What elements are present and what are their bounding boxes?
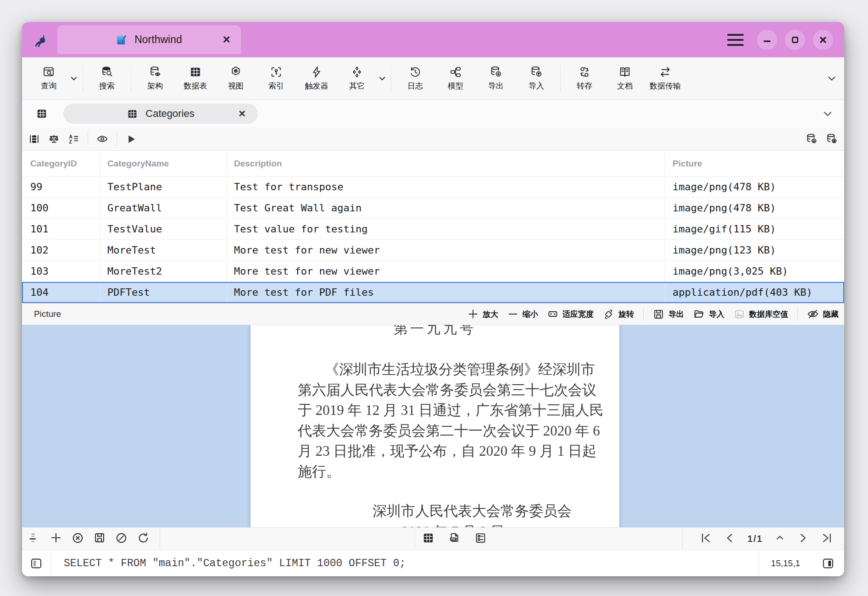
connection-tab-close-icon[interactable]: ✕ bbox=[223, 35, 231, 45]
sort-az-button[interactable]: AZ bbox=[68, 133, 79, 145]
pdf-view-button[interactable]: PDF bbox=[448, 532, 461, 546]
tab-close-icon[interactable]: ✕ bbox=[238, 109, 246, 118]
others-dropdown-chevron-icon[interactable] bbox=[378, 60, 386, 97]
others-button[interactable]: 其它 bbox=[337, 60, 377, 97]
add-record-button[interactable] bbox=[50, 532, 62, 546]
compare-balance-button[interactable] bbox=[48, 133, 60, 145]
cell-categoryid: 103 bbox=[22, 261, 100, 281]
connection-tab-title: Northwind bbox=[134, 33, 182, 46]
pdf-line: 于 2019 年 12 月 31 日通过，广东省第十三届人民 bbox=[298, 400, 574, 421]
query-dropdown-chevron-icon[interactable] bbox=[70, 60, 78, 97]
views-button[interactable]: 视图 bbox=[216, 60, 256, 97]
dump-button[interactable]: 转存 bbox=[564, 60, 605, 97]
query-icon bbox=[42, 66, 55, 78]
trigger-icon bbox=[310, 66, 323, 78]
fetch-next-page-button[interactable] bbox=[806, 133, 818, 145]
document-book-icon bbox=[618, 66, 631, 78]
db-null-button[interactable]: 数据库空值 bbox=[734, 309, 788, 320]
db-import-icon bbox=[530, 66, 543, 78]
fetch-all-rows-button[interactable] bbox=[826, 133, 838, 145]
fit-width-button[interactable]: 适应宽度 bbox=[547, 309, 594, 320]
sqlite-icon bbox=[116, 34, 128, 46]
save-floppy-icon bbox=[653, 309, 664, 320]
toolbar-overflow-chevron-icon[interactable] bbox=[827, 60, 837, 97]
triggers-button[interactable]: 触发器 bbox=[296, 60, 337, 97]
zoom-out-button[interactable]: 缩小 bbox=[507, 309, 538, 320]
table-row[interactable]: 104 PDFTest More test for PDF files appl… bbox=[22, 282, 844, 303]
cell-description: More test for new viewer bbox=[228, 261, 665, 281]
pdf-viewer[interactable]: 第一九九号 《深圳市生活垃圾分类管理条例》经深圳市第六届人民代表大会常务委员会第… bbox=[22, 325, 844, 527]
pane-separator bbox=[643, 307, 644, 321]
last-page-button[interactable] bbox=[821, 532, 833, 546]
import-button[interactable]: 导入 bbox=[516, 60, 556, 97]
minimize-button[interactable] bbox=[757, 30, 777, 50]
query-button[interactable]: 查询 bbox=[28, 60, 69, 97]
pdf-page: 第一九九号 《深圳市生活垃圾分类管理条例》经深圳市第六届人民代表大会常务委员会第… bbox=[250, 325, 619, 527]
delete-record-button[interactable] bbox=[72, 532, 84, 546]
connection-tab-northwind[interactable]: Northwind ✕ bbox=[57, 25, 241, 54]
column-chooser-button[interactable] bbox=[28, 133, 40, 145]
rotate-button[interactable]: 旋转 bbox=[603, 309, 634, 320]
prev-page-button[interactable] bbox=[723, 532, 736, 546]
picture-export-button[interactable]: 导出 bbox=[653, 309, 684, 320]
refresh-button[interactable] bbox=[137, 532, 150, 546]
table-row[interactable]: 103 MoreTest2 More test for new viewer i… bbox=[22, 261, 844, 282]
app-window: Northwind ✕ 查询 bbox=[22, 22, 844, 576]
hide-viewer-button[interactable]: 隐藏 bbox=[807, 308, 839, 320]
table-row[interactable]: 102 MoreTest More test for new viewer im… bbox=[22, 240, 844, 261]
column-header-categoryid[interactable]: CategoryID bbox=[22, 151, 100, 176]
search-button[interactable]: 搜索 bbox=[87, 60, 127, 97]
page-indicator: 1/1 bbox=[747, 534, 763, 544]
menu-icon[interactable] bbox=[727, 30, 744, 50]
filter-rows-button[interactable] bbox=[28, 532, 40, 546]
tabbar-chevron-icon[interactable] bbox=[822, 108, 833, 119]
tables-button[interactable]: 数据表 bbox=[175, 60, 216, 97]
model-button[interactable]: 模型 bbox=[435, 60, 476, 97]
next-page-button[interactable] bbox=[797, 532, 809, 546]
log-button[interactable]: 日志 bbox=[395, 60, 435, 97]
table-row[interactable]: 100 GreatWall Test Great Wall again imag… bbox=[22, 198, 844, 219]
column-header-categoryname[interactable]: CategoryName bbox=[100, 151, 228, 176]
grid-view-button[interactable] bbox=[422, 532, 434, 546]
zoom-in-button[interactable]: 放大 bbox=[467, 309, 498, 320]
svg-text:A: A bbox=[69, 134, 73, 139]
indexes-button[interactable]: 索引 bbox=[256, 60, 296, 97]
toolbar-separator bbox=[560, 65, 561, 92]
close-button[interactable] bbox=[813, 30, 833, 50]
toggle-right-panel-button[interactable] bbox=[812, 550, 844, 576]
pdf-paragraph: 《深圳市生活垃圾分类管理条例》经深圳市第六届人民代表大会常务委员会第三十七次会议… bbox=[250, 359, 619, 482]
sql-query-input[interactable]: SELECT * FROM "main"."Categories" LIMIT … bbox=[51, 557, 759, 569]
cell-description: Test value for testing bbox=[228, 219, 665, 239]
toolbar-separator bbox=[391, 65, 391, 92]
picture-pane-header: Picture 放大 缩小 适应宽度 旋转 导出 bbox=[22, 303, 844, 325]
picture-import-button[interactable]: 导入 bbox=[693, 309, 724, 320]
run-query-button[interactable] bbox=[125, 133, 137, 145]
cell-description: More test for PDF files bbox=[228, 282, 665, 303]
cell-categoryname: TestPlane bbox=[100, 177, 228, 197]
view-icon bbox=[229, 66, 242, 78]
tab-categories[interactable]: Categories ✕ bbox=[63, 104, 258, 124]
save-changes-button[interactable] bbox=[94, 532, 106, 546]
docs-button[interactable]: 文档 bbox=[605, 60, 645, 97]
schema-button[interactable]: 架构 bbox=[135, 60, 175, 97]
cell-picture: image/gif(115 KB) bbox=[665, 219, 844, 239]
maximize-button[interactable] bbox=[785, 30, 805, 50]
tables-list-icon[interactable] bbox=[36, 108, 48, 120]
export-button[interactable]: 导出 bbox=[476, 60, 516, 97]
discard-changes-button[interactable] bbox=[115, 532, 128, 546]
table-row[interactable]: 101 TestValue Test value for testing ima… bbox=[22, 219, 844, 240]
toggle-left-panel-button[interactable] bbox=[22, 550, 51, 576]
form-view-button[interactable] bbox=[474, 532, 487, 546]
fit-width-icon bbox=[547, 309, 558, 320]
first-page-button[interactable] bbox=[700, 532, 712, 546]
folder-open-icon bbox=[693, 309, 705, 320]
data-transfer-button[interactable]: 数据传输 bbox=[645, 60, 685, 97]
column-header-picture[interactable]: Picture bbox=[665, 151, 844, 176]
cell-categoryid: 104 bbox=[22, 282, 100, 303]
preview-eye-button[interactable] bbox=[96, 133, 108, 145]
table-icon bbox=[127, 108, 138, 120]
column-header-description[interactable]: Description bbox=[228, 151, 665, 176]
jump-page-button[interactable] bbox=[774, 532, 785, 545]
table-row[interactable]: 99 TestPlane Test for transpose image/pn… bbox=[22, 177, 844, 198]
record-toolbar: PDF 1/1 bbox=[22, 527, 844, 550]
